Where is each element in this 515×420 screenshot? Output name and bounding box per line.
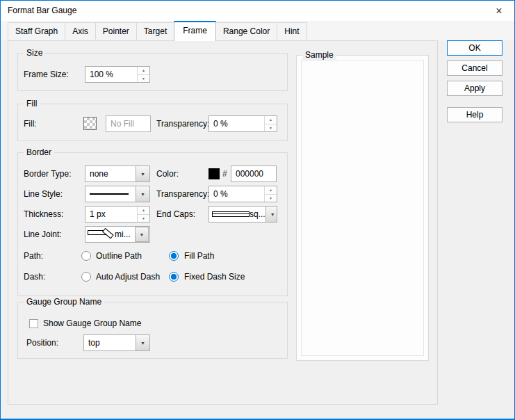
spin-down-button[interactable]: ▼	[265, 194, 277, 202]
border-transparency-label: Transparency:	[156, 186, 209, 202]
spin-down-button[interactable]: ▼	[265, 124, 277, 132]
radio-outline-path-label[interactable]: Outline Path	[96, 248, 142, 264]
fill-transparency-label: Transparency:	[156, 115, 209, 132]
format-bar-gauge-dialog: Format Bar Gauge × Staff Graph Axis Poin…	[0, 0, 515, 420]
thickness-value: 1 px	[90, 209, 106, 219]
sample-group-title: Sample	[302, 50, 336, 60]
help-button[interactable]: Help	[447, 107, 502, 122]
tab-pointer[interactable]: Pointer	[95, 22, 137, 40]
tab-target[interactable]: Target	[136, 22, 174, 40]
radio-fill-path[interactable]	[169, 251, 179, 261]
cancel-button[interactable]: Cancel	[447, 60, 502, 76]
thickness-spin-buttons: ▲ ▼	[137, 207, 149, 222]
border-color-label: Color:	[156, 165, 179, 182]
spin-down-button[interactable]: ▼	[138, 74, 149, 83]
end-caps-label: End Caps:	[156, 206, 195, 223]
tab-frame[interactable]: Frame	[174, 21, 216, 41]
spin-up-button[interactable]: ▲	[138, 207, 149, 214]
dropdown-arrow-icon[interactable]: ▼	[136, 166, 149, 181]
spin-up-button[interactable]: ▲	[265, 116, 277, 124]
line-style-preview	[90, 193, 129, 195]
end-caps-value: sq...	[250, 209, 265, 219]
fill-label: Fill:	[24, 115, 37, 132]
close-icon: ×	[496, 6, 502, 17]
line-joint-dropdown[interactable]: mi... ▼	[85, 226, 150, 243]
frame-size-label: Frame Size:	[24, 66, 69, 83]
ok-button[interactable]: OK	[447, 40, 502, 56]
border-transparency-value: 0 %	[213, 189, 228, 199]
show-gauge-group-name-checkbox[interactable]	[29, 319, 38, 328]
line-joint-label: Line Joint:	[24, 226, 62, 243]
border-transparency-spin-buttons: ▲ ▼	[264, 186, 277, 202]
border-type-dropdown[interactable]: none ▼	[85, 165, 150, 182]
border-group: Border Border Type: none ▼ Color: # 0000…	[17, 152, 288, 296]
dropdown-arrow-icon[interactable]: ▼	[136, 335, 149, 350]
titlebar: Format Bar Gauge ×	[1, 1, 514, 21]
dash-label: Dash:	[24, 268, 45, 285]
border-color-hex-value: 000000	[236, 169, 263, 179]
tab-bar: Staff Graph Axis Pointer Target Frame Ra…	[8, 22, 306, 41]
spin-down-button[interactable]: ▼	[138, 214, 149, 223]
gauge-group-name-title: Gauge Group Name	[24, 297, 104, 307]
fill-value-field[interactable]: No Fill	[106, 115, 151, 132]
fill-value: No Fill	[111, 119, 134, 129]
line-style-dropdown[interactable]: ▼	[85, 186, 150, 202]
spin-up-button[interactable]: ▲	[265, 186, 277, 194]
spin-up-button[interactable]: ▲	[138, 67, 149, 74]
frame-size-spinner[interactable]: 100 % ▲ ▼	[85, 66, 150, 83]
path-label: Path:	[24, 248, 43, 264]
border-type-value: none	[90, 169, 108, 179]
frame-size-value: 100 %	[90, 70, 113, 79]
border-type-label: Border Type:	[24, 165, 71, 182]
gauge-group-name-group: Gauge Group Name Show Gauge Group Name P…	[17, 302, 288, 359]
line-style-label: Line Style:	[24, 186, 63, 202]
radio-fill-path-label[interactable]: Fill Path	[184, 248, 214, 264]
line-joint-preview	[87, 228, 115, 241]
sample-group: Sample	[296, 55, 429, 361]
border-transparency-spinner[interactable]: 0 % ▲ ▼	[209, 186, 277, 202]
position-dropdown[interactable]: top ▼	[83, 334, 150, 351]
window-title: Format Bar Gauge	[8, 1, 76, 21]
size-group: Size Frame Size: 100 % ▲ ▼	[17, 53, 288, 91]
fill-transparency-spin-buttons: ▲ ▼	[264, 116, 277, 131]
tab-staff-graph[interactable]: Staff Graph	[8, 22, 65, 40]
fill-color-swatch[interactable]	[83, 117, 97, 130]
border-color-swatch[interactable]	[209, 168, 220, 179]
dropdown-arrow-icon[interactable]: ▼	[136, 186, 149, 202]
radio-auto-adjust-dash[interactable]	[81, 272, 91, 282]
border-group-title: Border	[24, 147, 54, 158]
radio-fixed-dash-size[interactable]	[169, 272, 179, 282]
radio-fixed-dash-size-label[interactable]: Fixed Dash Size	[184, 268, 245, 285]
dropdown-arrow-icon[interactable]: ▼	[265, 207, 277, 222]
tab-axis[interactable]: Axis	[65, 22, 96, 40]
radio-auto-adjust-dash-label[interactable]: Auto Adjust Dash	[96, 268, 160, 285]
end-caps-preview	[212, 211, 250, 217]
close-button[interactable]: ×	[488, 2, 510, 19]
sample-preview-area	[301, 60, 424, 356]
thickness-spinner[interactable]: 1 px ▲ ▼	[85, 206, 150, 223]
thickness-label: Thickness:	[24, 206, 63, 223]
hex-hash-symbol: #	[222, 165, 227, 182]
fill-transparency-spinner[interactable]: 0 % ▲ ▼	[209, 115, 277, 132]
border-color-hex-input[interactable]: 000000	[231, 165, 277, 182]
position-label: Position:	[26, 334, 58, 351]
dropdown-arrow-icon[interactable]: ▼	[135, 227, 149, 242]
fill-group-title: Fill	[24, 99, 40, 109]
fill-group: Fill Fill: No Fill Transparency: 0 % ▲ ▼	[17, 104, 288, 141]
line-joint-value: mi...	[115, 229, 131, 239]
tab-range-color[interactable]: Range Color	[215, 22, 277, 40]
frame-size-spin-buttons: ▲ ▼	[137, 67, 149, 82]
size-group-title: Size	[24, 48, 45, 58]
show-gauge-group-name-label[interactable]: Show Gauge Group Name	[43, 315, 141, 332]
apply-button[interactable]: Apply	[447, 81, 502, 96]
tab-hint[interactable]: Hint	[277, 22, 306, 40]
radio-outline-path[interactable]	[81, 251, 91, 261]
fill-transparency-value: 0 %	[213, 119, 228, 129]
end-caps-dropdown[interactable]: sq... ▼	[209, 206, 277, 223]
position-value: top	[88, 338, 100, 348]
